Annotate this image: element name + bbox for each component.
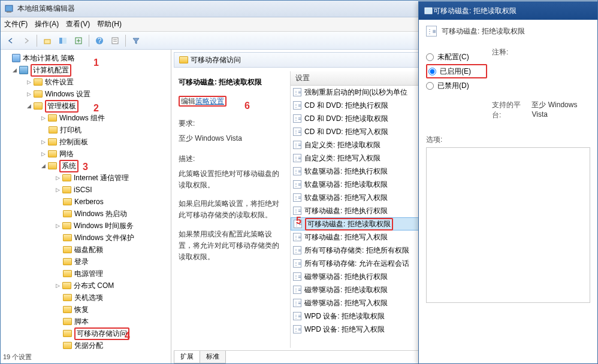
tree-pane[interactable]: 本地计算机 策略 ◢计算机配置 ▷软件设置 ▷Windows 设置 ◢管理模板 …: [1, 50, 171, 363]
tree-label: 登录: [74, 257, 89, 267]
tree-dcom[interactable]: ▷分布式 COM: [1, 280, 171, 292]
tree-iscsi[interactable]: ▷iSCSI: [1, 184, 171, 196]
tree-network[interactable]: ▷网络: [1, 148, 171, 160]
path-label: 可移动存储访问: [191, 55, 241, 65]
tab-standard[interactable]: 标准: [200, 351, 226, 363]
tree-label: 电源管理: [74, 269, 103, 279]
forward-button[interactable]: [20, 34, 33, 47]
filter-button[interactable]: [129, 34, 143, 47]
tab-extended[interactable]: 扩展: [174, 351, 200, 363]
svg-rect-3: [59, 38, 62, 44]
annotation-4: 4: [125, 330, 130, 341]
policy-icon: ⋮≡: [293, 88, 301, 96]
tree-label: 软件设置: [45, 77, 74, 87]
list-item-label: 软盘驱动器: 拒绝写入权限: [304, 193, 388, 203]
help-button[interactable]: ?: [93, 34, 106, 47]
tree-label: 系统: [59, 160, 78, 172]
dialog-subtitle: 可移动磁盘: 拒绝读取权限: [442, 26, 525, 37]
folder-icon: [48, 114, 57, 122]
radio-input[interactable]: [428, 68, 436, 75]
radio-not-configured[interactable]: 未配置(C): [426, 50, 492, 64]
expander-icon[interactable]: ▷: [40, 115, 47, 122]
tree-label: Windows 时间服务: [74, 221, 134, 231]
list-item-label: 强制重新启动的时间(以秒为单位: [304, 87, 407, 98]
expander-icon[interactable]: ▷: [55, 187, 61, 193]
tree-label: 分布式 COM: [74, 281, 114, 291]
tree-admin-templates[interactable]: ◢管理模板: [1, 100, 171, 112]
tree-label: Internet 通信管理: [74, 173, 129, 183]
edit-policy-link[interactable]: 策略设置: [195, 96, 224, 107]
folder-icon: [48, 162, 57, 169]
radio-disabled[interactable]: 已禁用(D): [426, 78, 492, 93]
tree-label: Windows 热启动: [74, 209, 127, 219]
folder-icon: [63, 318, 72, 325]
tree-logon[interactable]: 登录: [1, 256, 171, 268]
tree-control-panel[interactable]: ▷控制面板: [1, 136, 171, 148]
tree-credential-delegation[interactable]: 凭据分配: [1, 339, 171, 351]
tree-windows-hotstart[interactable]: Windows 热启动: [1, 208, 171, 220]
list-item-label: CD 和 DVD: 拒绝执行权限: [304, 101, 388, 111]
tree-label: 控制面板: [59, 137, 88, 147]
tree-windows-file-protect[interactable]: Windows 文件保护: [1, 232, 171, 244]
description-text: 如果启用此策略设置，将拒绝对此可移动存储类的读取权限。: [179, 198, 285, 221]
tree-removable-storage[interactable]: 可移动存储访问: [1, 327, 171, 339]
expander-icon[interactable]: ▷: [26, 79, 32, 86]
comment-label: 注释:: [492, 48, 508, 56]
policy-icon: ⋮≡: [293, 167, 301, 175]
properties-button[interactable]: [108, 34, 122, 47]
svg-text:?: ?: [98, 37, 102, 45]
list-item-label: CD 和 DVD: 拒绝写入权限: [304, 127, 388, 137]
expander-icon[interactable]: ◢: [11, 67, 18, 74]
expander-icon[interactable]: ▷: [40, 151, 47, 157]
tree-shutdown-options[interactable]: 关机选项: [1, 292, 171, 304]
list-item-label: 软盘驱动器: 拒绝读取权限: [304, 180, 388, 190]
tree-recovery[interactable]: 恢复: [1, 304, 171, 316]
expander-icon[interactable]: ▷: [55, 223, 61, 229]
tree-scripts[interactable]: 脚本: [1, 316, 171, 327]
expander-icon[interactable]: [4, 55, 11, 62]
menu-action[interactable]: 操作(A): [35, 19, 59, 29]
menu-view[interactable]: 查看(V): [66, 19, 90, 29]
expander-icon[interactable]: ▷: [55, 175, 61, 181]
tree-power-mgmt[interactable]: 电源管理: [1, 268, 171, 280]
tree-windows-components[interactable]: ▷Windows 组件: [1, 112, 171, 124]
tree-windows-settings[interactable]: ▷Windows 设置: [1, 88, 171, 100]
expander-icon[interactable]: ▷: [40, 139, 47, 145]
expander-icon[interactable]: ◢: [26, 103, 32, 110]
annotation-1: 1: [93, 57, 99, 68]
tree-windows-time[interactable]: ▷Windows 时间服务: [1, 220, 171, 232]
menu-help[interactable]: 帮助(H): [97, 19, 122, 29]
expander-icon[interactable]: ▷: [55, 283, 61, 289]
folder-icon: [63, 294, 72, 301]
list-item-label: 所有可移动存储: 允许在远程会话: [304, 259, 409, 269]
tree-label: 脚本: [74, 317, 89, 327]
tree-label: iSCSI: [74, 186, 92, 194]
options-label: 选项:: [426, 135, 442, 144]
folder-icon: [34, 78, 43, 86]
expander-icon[interactable]: ◢: [40, 163, 47, 169]
radio-enabled[interactable]: 已启用(E): [426, 64, 487, 78]
tree-internet-comm[interactable]: ▷Internet 通信管理: [1, 172, 171, 184]
tree-software-settings[interactable]: ▷软件设置: [1, 76, 171, 88]
policy-icon: ⋮≡: [293, 246, 301, 254]
tree-root[interactable]: 本地计算机 策略: [1, 52, 171, 64]
tree-computer-config[interactable]: ◢计算机配置: [1, 64, 171, 76]
svg-rect-8: [112, 38, 118, 44]
back-button[interactable]: [4, 34, 17, 47]
list-item-label: 自定义类: 拒绝写入权限: [304, 153, 380, 163]
folder-icon: [63, 342, 72, 349]
menu-file[interactable]: 文件(F): [4, 19, 28, 29]
show-hide-tree-button[interactable]: [56, 34, 70, 47]
tree-printers[interactable]: 打印机: [1, 124, 171, 136]
export-button[interactable]: [72, 34, 85, 47]
radio-input[interactable]: [426, 53, 434, 61]
policy-icon: ⋮≡: [293, 154, 301, 162]
folder-icon: [63, 306, 72, 313]
tree-disk-quotas[interactable]: 磁盘配额: [1, 244, 171, 256]
comment-area: 注释:: [492, 47, 590, 95]
tree-kerberos[interactable]: Kerberos: [1, 196, 171, 208]
expander-icon[interactable]: ▷: [26, 91, 32, 98]
up-button[interactable]: [41, 34, 54, 47]
policy-dialog: 可移动磁盘: 拒绝读取权限 ⋮≡ 可移动磁盘: 拒绝读取权限 未配置(C) 已启…: [418, 1, 598, 364]
radio-input[interactable]: [426, 82, 434, 90]
